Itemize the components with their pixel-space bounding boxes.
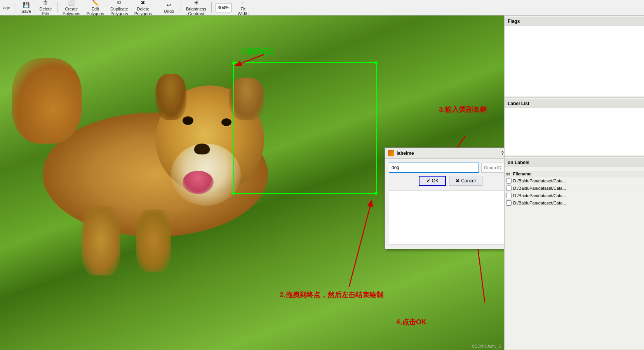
dog-tongue bbox=[183, 171, 214, 194]
edge-label: age bbox=[2, 5, 12, 10]
dog-ear-right bbox=[229, 78, 264, 120]
dog-ear-left bbox=[155, 74, 186, 120]
dog-tail bbox=[12, 58, 82, 144]
zoom-display: 304% bbox=[216, 3, 231, 12]
toolbar-separator-4 bbox=[181, 2, 181, 13]
on-labels-section: on Labels bbox=[505, 157, 644, 169]
file-name-4: D:/BaiduPan/dataset/Cata... bbox=[513, 201, 566, 205]
toolbar-separator-2 bbox=[57, 2, 57, 13]
dialog-controls: ? ✕ bbox=[501, 150, 504, 156]
dog-leg-front-right bbox=[136, 210, 171, 272]
canvas-area[interactable]: 1.确定起点 2.拖拽到终点，然后左击结束绘制 3.输入类别名称 4.点击OK bbox=[0, 16, 504, 350]
label-input[interactable] bbox=[389, 163, 479, 173]
flags-header: Flags bbox=[505, 17, 644, 26]
delete-file-icon: 🗑 bbox=[43, 0, 48, 6]
dialog-title: labelme bbox=[397, 151, 414, 156]
cancel-icon: ✖ bbox=[456, 178, 460, 184]
save-icon: 💾 bbox=[23, 2, 30, 8]
label-list-content bbox=[505, 108, 644, 155]
labelme-dialog[interactable]: labelme ? ✕ ✔ OK bbox=[385, 147, 504, 249]
file-checkbox-3[interactable] bbox=[506, 193, 512, 198]
dog-body-container bbox=[4, 35, 392, 342]
zoom-value: 304% bbox=[218, 5, 230, 10]
file-name-1: D:/BaiduPan/dataset/Cata... bbox=[513, 178, 566, 183]
file-list-item[interactable]: D:/BaiduPan/dataset/Cata... bbox=[505, 185, 644, 192]
ok-label: OK bbox=[432, 178, 439, 184]
file-list-header: st Filename bbox=[505, 171, 644, 177]
save-label: Save bbox=[21, 9, 31, 14]
create-polygons-button[interactable]: ⬜ Create Polygons bbox=[60, 1, 83, 15]
undo-label: Undo bbox=[164, 9, 174, 14]
edit-polygons-button[interactable]: ✏️ Edit Polygons bbox=[84, 1, 107, 15]
main-layout: 1.确定起点 2.拖拽到终点，然后左击结束绘制 3.输入类别名称 4.点击OK bbox=[0, 16, 644, 350]
delete-file-button[interactable]: 🗑 Delete File bbox=[36, 1, 55, 15]
dialog-body: ✔ OK ✖ Cancel bbox=[385, 159, 504, 249]
cancel-label: Cancel bbox=[461, 178, 475, 184]
create-polygons-icon: ⬜ bbox=[68, 0, 75, 6]
file-checkbox-4[interactable] bbox=[506, 200, 512, 206]
label-list-header: Label List bbox=[505, 99, 644, 108]
ok-checkmark-icon: ✔ bbox=[426, 178, 430, 184]
duplicate-polygons-button[interactable]: ⧉ Duplicate Polygons bbox=[108, 1, 131, 15]
dialog-titlebar: labelme ? ✕ bbox=[385, 148, 504, 159]
fit-width-button[interactable]: ↔ Fit Width bbox=[234, 1, 252, 15]
delete-file-label: Delete File bbox=[39, 7, 52, 16]
file-name-3: D:/BaiduPan/dataset/Cata... bbox=[513, 193, 566, 198]
brightness-icon: ☀ bbox=[194, 0, 199, 6]
file-checkbox-2[interactable] bbox=[506, 185, 512, 191]
duplicate-polygons-label: Duplicate Polygons bbox=[110, 7, 128, 16]
file-list-items: D:/BaiduPan/dataset/Cata... D:/BaiduPan/… bbox=[505, 177, 644, 207]
undo-button[interactable]: ↩ Undo bbox=[160, 1, 178, 15]
file-list-st-label: st bbox=[506, 172, 510, 176]
dog-leg-front-left bbox=[82, 206, 120, 275]
group-id-input[interactable] bbox=[481, 163, 504, 173]
toolbar-separator-1 bbox=[14, 2, 14, 13]
file-list-section: st Filename D:/BaiduPan/dataset/Cata... … bbox=[505, 169, 644, 350]
delete-polygons-icon: ✖ bbox=[141, 0, 145, 6]
dialog-title-left: labelme bbox=[388, 150, 414, 156]
file-checkbox-1[interactable] bbox=[506, 178, 512, 184]
dialog-input-row bbox=[389, 163, 504, 173]
brightness-contrast-label: Brightness Contrast bbox=[186, 7, 206, 16]
fit-width-label: Fit Width bbox=[238, 7, 249, 16]
toolbar-separator-3 bbox=[157, 2, 157, 13]
file-list-item[interactable]: D:/BaiduPan/dataset/Cata... bbox=[505, 192, 644, 199]
label-list-section: Label List bbox=[505, 98, 644, 157]
watermark: CSDN ©Jumy_S bbox=[472, 344, 501, 348]
filename-col-header: Filename bbox=[513, 172, 532, 176]
toolbar-separator-5 bbox=[211, 2, 212, 13]
dialog-label-list bbox=[389, 191, 504, 245]
delete-polygons-label: Delete Polygons bbox=[134, 7, 152, 16]
dialog-help-button[interactable]: ? bbox=[501, 151, 504, 156]
save-button[interactable]: 💾 Save bbox=[17, 1, 35, 15]
flags-content bbox=[505, 26, 644, 96]
duplicate-polygons-icon: ⧉ bbox=[117, 0, 121, 6]
dog-nose bbox=[194, 144, 210, 154]
fit-width-icon: ↔ bbox=[240, 0, 246, 6]
on-labels-header: on Labels bbox=[505, 158, 644, 167]
file-list-item[interactable]: D:/BaiduPan/dataset/Cata... bbox=[505, 199, 644, 207]
dog-eye-right bbox=[221, 118, 231, 126]
delete-polygons-button[interactable]: ✖ Delete Polygons bbox=[132, 1, 155, 15]
dialog-buttons: ✔ OK ✖ Cancel bbox=[389, 176, 504, 186]
right-panel: Flags Label List on Labels st Filename D… bbox=[504, 16, 644, 350]
edit-polygons-label: Edit Polygons bbox=[87, 7, 104, 16]
flags-section: Flags bbox=[505, 16, 644, 98]
brightness-contrast-button[interactable]: ☀ Brightness Contrast bbox=[183, 1, 209, 15]
ok-button[interactable]: ✔ OK bbox=[419, 176, 446, 186]
dog-eye-left bbox=[183, 116, 193, 125]
undo-icon: ↩ bbox=[167, 2, 171, 8]
cancel-button[interactable]: ✖ Cancel bbox=[449, 176, 482, 186]
create-polygons-label: Create Polygons bbox=[63, 7, 80, 16]
toolbar: age 💾 Save 🗑 Delete File ⬜ Create Polygo… bbox=[0, 0, 644, 16]
dialog-app-icon bbox=[388, 150, 394, 156]
on-labels-label: on Labels bbox=[508, 160, 529, 165]
file-list-item[interactable]: D:/BaiduPan/dataset/Cata... bbox=[505, 177, 644, 185]
edit-polygons-icon: ✏️ bbox=[92, 0, 99, 6]
file-name-2: D:/BaiduPan/dataset/Cata... bbox=[513, 186, 566, 191]
